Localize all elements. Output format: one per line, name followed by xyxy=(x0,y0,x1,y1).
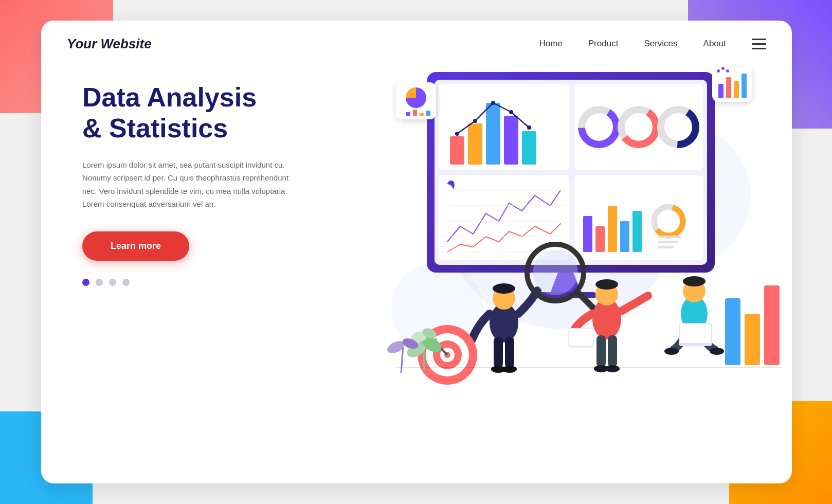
person3-left-shoe xyxy=(664,348,679,355)
floor-bar-2 xyxy=(745,314,760,365)
bar-2 xyxy=(468,123,482,165)
chart-icon-dot-1 xyxy=(717,69,720,73)
widget-bar-1 xyxy=(406,112,410,116)
nav-item-home[interactable]: Home xyxy=(539,39,562,49)
widget-bar-3 xyxy=(420,113,424,116)
trend-dot-3 xyxy=(491,101,495,105)
magnifying-glass-lens xyxy=(533,250,578,295)
hero-illustration xyxy=(345,51,782,453)
nav-logo[interactable]: Your Website xyxy=(67,36,539,52)
screen-panel-donuts xyxy=(574,84,703,170)
widget2-bar-1 xyxy=(718,84,724,98)
chart-icon-dot-3 xyxy=(726,69,729,73)
menu-line-1 xyxy=(658,236,681,238)
bar-3 xyxy=(486,103,500,165)
widget2-bar-4 xyxy=(741,74,747,98)
pagination-dots xyxy=(82,279,329,286)
hero-title: Data Analysis & Statistics xyxy=(82,82,329,144)
navbar: Your Website Home Product Services About xyxy=(41,21,792,67)
nav-link-about[interactable]: About xyxy=(703,39,726,48)
menu-line-2 xyxy=(658,241,678,243)
small-bar-4 xyxy=(620,221,629,252)
hero-title-line2: & Statistics xyxy=(82,113,228,143)
small-bar-2 xyxy=(595,226,605,252)
nav-link-home[interactable]: Home xyxy=(539,39,562,48)
screen-panel-linechart xyxy=(439,175,569,260)
nav-item-about[interactable]: About xyxy=(703,39,726,49)
learn-more-button[interactable]: Learn more xyxy=(82,231,189,261)
small-bar-5 xyxy=(632,211,642,252)
chart-icon-dot-2 xyxy=(721,67,725,70)
main-card: Your Website Home Product Services About… xyxy=(41,21,792,483)
hamburger-line-2 xyxy=(752,43,766,45)
pagination-dot-4[interactable] xyxy=(122,279,130,286)
bar-4 xyxy=(504,116,518,165)
widget-bar-4 xyxy=(426,111,430,116)
hero-title-line1: Data Analysis xyxy=(82,82,257,112)
bar-5 xyxy=(522,131,536,165)
illustration-svg xyxy=(345,51,782,453)
person2-right-shoe xyxy=(605,365,620,372)
menu-line-3 xyxy=(658,246,674,248)
person1-right-leg xyxy=(505,337,514,368)
person2-left-leg xyxy=(596,335,606,367)
person3-right-shoe xyxy=(710,348,724,355)
floor-bar-3 xyxy=(764,285,780,365)
person1-left-leg xyxy=(494,337,503,368)
hamburger-line-3 xyxy=(752,48,766,49)
pagination-dot-2[interactable] xyxy=(96,279,103,286)
floor-bar-1 xyxy=(725,298,740,365)
pagination-dot-3[interactable] xyxy=(109,279,116,286)
nav-links: Home Product Services About xyxy=(539,39,726,49)
hamburger-line-1 xyxy=(752,39,766,40)
person3-hair xyxy=(683,276,706,286)
trend-dot-1 xyxy=(455,132,459,136)
trend-dot-5 xyxy=(527,125,531,130)
hamburger-menu-icon[interactable] xyxy=(752,39,766,49)
nav-item-product[interactable]: Product xyxy=(588,39,619,49)
small-bar-3 xyxy=(608,206,617,252)
small-bar-1 xyxy=(583,216,592,252)
widget-bar-2 xyxy=(413,110,417,116)
pagination-dot-1[interactable] xyxy=(82,279,89,286)
nav-item-services[interactable]: Services xyxy=(644,39,677,49)
widget2-bar-2 xyxy=(726,77,731,98)
person3-laptop-screen xyxy=(680,324,711,343)
hero-description: Lorem ipsum dolor sit amet, sea putant s… xyxy=(82,158,298,211)
person1-hair xyxy=(493,283,515,294)
bar-1 xyxy=(450,136,464,165)
trend-dot-2 xyxy=(473,119,477,123)
hero-content-left: Data Analysis & Statistics Lorem ipsum d… xyxy=(82,82,329,286)
person2-hair xyxy=(595,279,618,290)
person1-right-shoe xyxy=(502,366,517,373)
nav-link-product[interactable]: Product xyxy=(588,39,619,48)
widget2-bar-3 xyxy=(734,81,739,98)
person2-laptop-screen xyxy=(569,329,593,346)
person2-right-leg xyxy=(608,335,617,367)
trend-dot-4 xyxy=(509,110,513,114)
nav-link-services[interactable]: Services xyxy=(644,39,677,48)
